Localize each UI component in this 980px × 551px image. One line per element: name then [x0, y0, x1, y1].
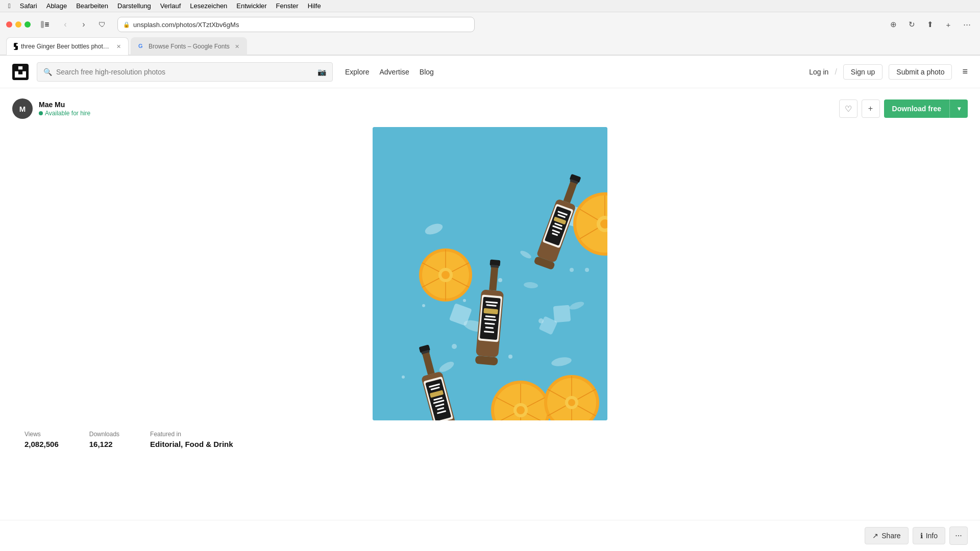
forward-button[interactable]: ›	[77, 17, 91, 32]
more-button[interactable]: ···	[949, 527, 968, 545]
close-button[interactable]	[6, 21, 12, 28]
downloads-label: Downloads	[89, 431, 119, 438]
info-button[interactable]: ℹ Info	[913, 527, 945, 544]
unsplash-favicon	[14, 43, 18, 50]
back-button[interactable]: ‹	[58, 17, 72, 32]
menu-hilfe[interactable]: Hilfe	[308, 2, 321, 10]
menu-lesezeichen[interactable]: Lesezeichen	[190, 2, 227, 10]
downloads-value: 16,122	[89, 440, 119, 448]
menu-darstellung[interactable]: Darstellung	[117, 2, 151, 10]
menu-bearbeiten[interactable]: Bearbeiten	[76, 2, 108, 10]
nav-advertise[interactable]: Advertise	[379, 68, 409, 76]
stats-section: Views 2,082,506 Downloads 16,122 Feature…	[12, 420, 968, 479]
svg-rect-1	[45, 22, 49, 23]
svg-point-106	[570, 268, 574, 272]
add-to-collection-button[interactable]: +	[862, 99, 880, 118]
photographer-info: M Mae Mu Available for hire	[12, 98, 90, 119]
menu-safari[interactable]: Safari	[20, 2, 37, 10]
svg-point-10	[498, 278, 502, 282]
available-badge: Available for hire	[39, 110, 90, 117]
more-icon: ···	[955, 531, 962, 540]
download-free-button[interactable]: Download free ▾	[884, 99, 968, 118]
add-tab-button[interactable]: +	[941, 17, 955, 32]
reader-view-icon[interactable]: ⊕	[886, 17, 900, 32]
unsplash-logo[interactable]	[12, 64, 29, 80]
browser-actions: ⊕ ↻ ⬆ + ⋯	[886, 17, 974, 32]
tab-close-icon[interactable]: ✕	[116, 43, 121, 50]
hamburger-menu-icon[interactable]: ≡	[962, 66, 968, 77]
tab-unsplash[interactable]: three Ginger Beer bottles photo – Free F…	[6, 37, 129, 55]
badge-dot-icon	[39, 111, 43, 115]
svg-point-13	[422, 304, 425, 307]
views-value: 2,082,506	[24, 440, 59, 448]
svg-point-14	[585, 268, 589, 272]
url-bar[interactable]: 🔒 unsplash.com/photos/XTztXbv6gMs	[117, 17, 475, 32]
sidebar-toggle-button[interactable]	[38, 17, 52, 32]
google-favicon: G	[138, 43, 145, 50]
menu-fenster[interactable]: Fenster	[276, 2, 299, 10]
favorite-button[interactable]: ♡	[839, 99, 857, 118]
unsplash-page: 🔍 📷 Explore Advertise Blog Log in / Sign…	[0, 56, 980, 551]
tab-google-fonts[interactable]: G Browse Fonts – Google Fonts ✕	[131, 37, 247, 55]
bottom-action-bar: ↗ Share ℹ Info ···	[0, 520, 980, 551]
photographer-name[interactable]: Mae Mu	[39, 101, 90, 109]
reload-button[interactable]: ↻	[904, 17, 919, 32]
shield-icon: 🛡	[95, 17, 109, 32]
featured-value[interactable]: Editorial, Food & Drink	[150, 440, 233, 448]
svg-rect-2	[45, 24, 49, 25]
svg-rect-3	[45, 26, 49, 27]
photo-actions: ♡ + Download free ▾	[839, 99, 968, 118]
info-icon: ℹ	[920, 532, 923, 540]
avatar-initials: M	[19, 105, 26, 113]
available-label: Available for hire	[45, 110, 90, 117]
apple-menu[interactable]: 	[8, 2, 11, 10]
svg-point-105	[452, 344, 457, 349]
nav-blog[interactable]: Blog	[420, 68, 434, 76]
views-label: Views	[24, 431, 59, 438]
main-photo[interactable]	[373, 127, 607, 420]
share-label: Share	[881, 532, 900, 540]
svg-point-11	[463, 299, 466, 302]
extensions-button[interactable]: ⋯	[960, 17, 974, 32]
svg-point-58	[568, 399, 575, 406]
submit-photo-button[interactable]: Submit a photo	[889, 64, 952, 80]
browser-toolbar: ‹ › 🛡 🔒 unsplash.com/photos/XTztXbv6gMs …	[0, 12, 980, 37]
share-button[interactable]: ⬆	[923, 17, 937, 32]
search-input[interactable]	[56, 68, 313, 76]
maximize-button[interactable]	[24, 21, 31, 28]
download-arrow-icon[interactable]: ▾	[949, 99, 968, 118]
svg-point-107	[402, 375, 405, 379]
header-nav: Explore Advertise Blog	[345, 68, 434, 76]
menu-entwickler[interactable]: Entwickler	[236, 2, 266, 10]
minimize-button[interactable]	[15, 21, 21, 28]
share-icon: ↗	[872, 532, 878, 540]
signup-button[interactable]: Sign up	[843, 64, 883, 80]
svg-rect-0	[41, 21, 44, 28]
header-actions: Log in / Sign up Submit a photo ≡	[809, 64, 968, 80]
share-button[interactable]: ↗ Share	[865, 527, 908, 544]
unsplash-header: 🔍 📷 Explore Advertise Blog Log in / Sign…	[0, 56, 980, 88]
visual-search-icon[interactable]: 📷	[317, 68, 326, 76]
photographer-row: M Mae Mu Available for hire ♡ + Download…	[12, 98, 968, 119]
search-bar[interactable]: 🔍 📷	[37, 62, 333, 82]
menu-ablage[interactable]: Ablage	[46, 2, 67, 10]
featured-stat: Featured in Editorial, Food & Drink	[150, 431, 233, 448]
download-free-label: Download free	[884, 99, 949, 118]
login-button[interactable]: Log in	[809, 68, 828, 76]
svg-point-31	[442, 271, 450, 279]
nav-explore[interactable]: Explore	[345, 68, 369, 76]
url-text[interactable]: unsplash.com/photos/XTztXbv6gMs	[133, 21, 239, 29]
menu-verlauf[interactable]: Verlauf	[160, 2, 181, 10]
tab-google-close-icon[interactable]: ✕	[235, 43, 239, 50]
svg-point-16	[508, 355, 512, 359]
browser-chrome: ‹ › 🛡 🔒 unsplash.com/photos/XTztXbv6gMs …	[0, 12, 980, 56]
search-icon: 🔍	[43, 68, 52, 76]
info-label: Info	[926, 532, 938, 540]
photographer-details: Mae Mu Available for hire	[39, 101, 90, 117]
macos-menubar:  Safari Ablage Bearbeiten Darstellung V…	[0, 0, 980, 12]
svg-point-48	[517, 406, 525, 414]
traffic-lights	[6, 21, 31, 28]
avatar[interactable]: M	[12, 98, 33, 119]
svg-rect-20	[553, 305, 571, 323]
tabs-bar: three Ginger Beer bottles photo – Free F…	[0, 37, 980, 55]
